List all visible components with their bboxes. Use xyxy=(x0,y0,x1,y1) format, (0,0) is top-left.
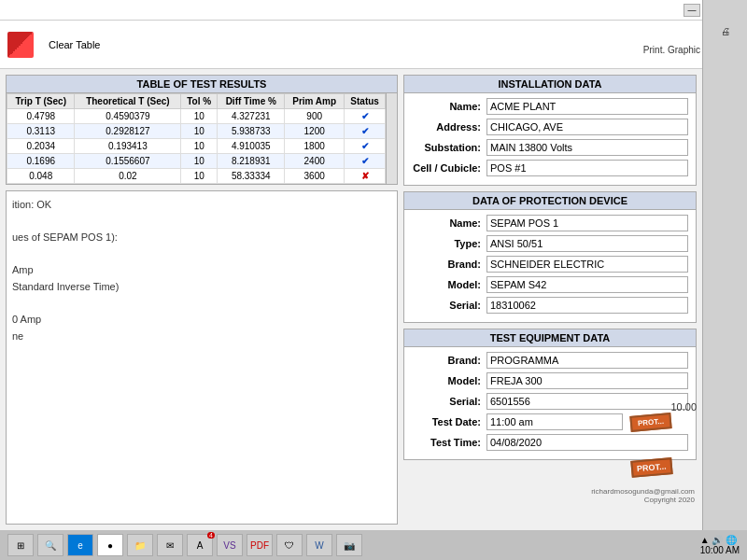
col-trip: Trip T (Sec) xyxy=(7,94,75,109)
installation-field-row: Address: xyxy=(412,119,688,135)
field-label: Test Date: xyxy=(412,416,486,427)
minimize-button[interactable]: — xyxy=(684,4,700,17)
test-table-title: TABLE OF TEST RESULTS xyxy=(7,76,397,93)
table-row: 0.2034 0.193413 10 4.910035 1800 ✔ xyxy=(7,139,386,154)
taskbar-search[interactable]: 🔍 xyxy=(37,534,63,556)
protection-field-row: Brand: xyxy=(412,256,688,273)
col-diff: Diff Time % xyxy=(218,94,285,109)
info-line-4 xyxy=(12,246,391,263)
table-scrollbar[interactable] xyxy=(386,93,397,184)
field-input[interactable] xyxy=(486,434,688,451)
equipment-field-row: Model: xyxy=(412,372,688,389)
info-line-6: Standard Inverse Time) xyxy=(12,279,391,296)
taskbar: ⊞ 🔍 e ● 📁 ✉ A 4 VS PDF 🛡 W 📷 ▲ 🔊 🌐10:00 … xyxy=(0,530,747,560)
field-input[interactable] xyxy=(486,372,688,389)
table-row: 0.048 0.02 10 58.33334 3600 ✘ xyxy=(7,169,386,184)
taskbar-shield[interactable]: 🛡 xyxy=(276,534,303,556)
installation-field-row: Substation: xyxy=(412,139,688,156)
taskbar-clock: ▲ 🔊 🌐10:00 AM xyxy=(700,535,740,555)
equipment-fields: Brand: Model: Serial: Test Date: PROT...… xyxy=(404,347,696,459)
taskbar-pdf[interactable]: PDF xyxy=(247,534,273,556)
installation-data-title: INSTALLATION DATA xyxy=(404,76,696,93)
equipment-field-row: Test Time: xyxy=(412,434,688,451)
taskbar-ie[interactable]: e xyxy=(67,534,93,556)
protection-field-row: Name: xyxy=(412,215,688,231)
info-line-5: Amp xyxy=(12,262,391,279)
main-content: TABLE OF TEST RESULTS Trip T (Sec) Theor… xyxy=(0,69,702,530)
equipment-field-row: Serial: xyxy=(412,393,688,410)
table-row: 0.4798 0.4590379 10 4.327231 900 ✔ xyxy=(7,109,386,124)
info-line-3: ues of SEPAM POS 1): xyxy=(12,230,391,246)
test-results-table: Trip T (Sec) Theoretical T (Sec) Tol % D… xyxy=(7,93,386,184)
field-label: Serial: xyxy=(412,300,486,311)
taskbar-vs[interactable]: VS xyxy=(217,534,243,556)
toolbar: Clear Table Print. Graphic xyxy=(0,21,747,69)
installation-field-row: Cell / Cubicle: xyxy=(412,160,688,176)
field-label: Serial: xyxy=(412,396,486,407)
field-label: Name: xyxy=(412,217,486,229)
field-input[interactable] xyxy=(486,276,688,293)
installation-data-box: INSTALLATION DATA Name: Address: Substat… xyxy=(403,75,697,186)
field-input[interactable] xyxy=(486,352,688,369)
field-label: Substation: xyxy=(412,142,486,153)
field-input[interactable] xyxy=(486,215,688,231)
info-line-8: 0 Amp xyxy=(12,312,391,329)
prot-stamp: PROT... xyxy=(631,457,673,478)
test-equipment-box: TEST EQUIPMENT DATA Brand: Model: Serial… xyxy=(403,329,697,460)
info-text-area: ition: OK ues of SEPAM POS 1): Amp Stand… xyxy=(6,190,398,525)
info-line-9: ne xyxy=(12,329,391,345)
col-tol: Tol % xyxy=(181,94,218,109)
protection-device-box: DATA OF PROTECTION DEVICE Name: Type: Br… xyxy=(403,191,697,323)
taskbar-start[interactable]: ⊞ xyxy=(7,534,34,556)
printer-icon[interactable]: 🖨 xyxy=(721,26,730,36)
taskbar-app2[interactable]: 📷 xyxy=(336,534,362,556)
table-row: 0.3113 0.2928127 10 5.938733 1200 ✔ xyxy=(7,124,386,139)
left-panel: TABLE OF TEST RESULTS Trip T (Sec) Theor… xyxy=(6,75,398,525)
table-header-row: Trip T (Sec) Theoretical T (Sec) Tol % D… xyxy=(7,94,386,109)
field-label: Model: xyxy=(412,279,486,290)
equipment-field-row: Brand: xyxy=(412,352,688,369)
field-label: Brand: xyxy=(412,355,486,366)
right-panel: INSTALLATION DATA Name: Address: Substat… xyxy=(403,75,697,525)
protection-field-row: Serial: xyxy=(412,297,688,314)
copyright-text: richardmosogunda@gmail.comCopyright 2020 xyxy=(591,487,695,504)
taskbar-word[interactable]: W xyxy=(306,534,332,556)
print-graphic-label[interactable]: Print. Graphic xyxy=(643,45,700,55)
col-status: Status xyxy=(344,94,385,109)
col-theoretical: Theoretical T (Sec) xyxy=(75,94,181,109)
title-bar: — □ ✕ xyxy=(0,0,747,21)
right-sidebar: 🖨 xyxy=(702,0,747,532)
protection-field-row: Model: xyxy=(412,276,688,293)
field-label: Name: xyxy=(412,101,486,112)
field-input[interactable] xyxy=(486,139,688,156)
right-number: 10.00 xyxy=(670,401,697,413)
taskbar-mail[interactable]: ✉ xyxy=(157,534,183,556)
info-line-7 xyxy=(12,296,391,313)
table-row: 0.1696 0.1556607 10 8.218931 2400 ✔ xyxy=(7,154,386,169)
installation-fields: Name: Address: Substation: Cell / Cubicl… xyxy=(404,93,696,185)
field-label: Type: xyxy=(412,238,486,249)
field-input[interactable] xyxy=(486,256,688,273)
clear-table-button[interactable]: Clear Table xyxy=(45,37,104,52)
field-input[interactable] xyxy=(486,119,688,135)
field-input[interactable] xyxy=(486,297,688,314)
test-results-table-container: TABLE OF TEST RESULTS Trip T (Sec) Theor… xyxy=(6,75,398,185)
protection-fields: Name: Type: Brand: Model: Serial: xyxy=(404,210,696,322)
field-label: Cell / Cubicle: xyxy=(412,162,486,174)
installation-field-row: Name: xyxy=(412,98,688,115)
field-label: Test Time: xyxy=(412,437,486,448)
taskbar-file[interactable]: 📁 xyxy=(127,534,153,556)
col-amp: Prim Amp xyxy=(285,94,345,109)
taskbar-chrome[interactable]: ● xyxy=(97,534,123,556)
field-input[interactable] xyxy=(486,393,688,410)
field-input[interactable] xyxy=(486,98,688,115)
field-input[interactable] xyxy=(486,235,688,252)
field-label: Model: xyxy=(412,375,486,386)
app-logo xyxy=(7,32,34,58)
protection-device-title: DATA OF PROTECTION DEVICE xyxy=(404,192,696,210)
field-input[interactable] xyxy=(486,413,623,430)
taskbar-app1[interactable]: A 4 xyxy=(187,534,213,556)
field-label: Brand: xyxy=(412,259,486,270)
info-line-1: ition: OK xyxy=(12,197,391,214)
field-input[interactable] xyxy=(486,160,688,176)
